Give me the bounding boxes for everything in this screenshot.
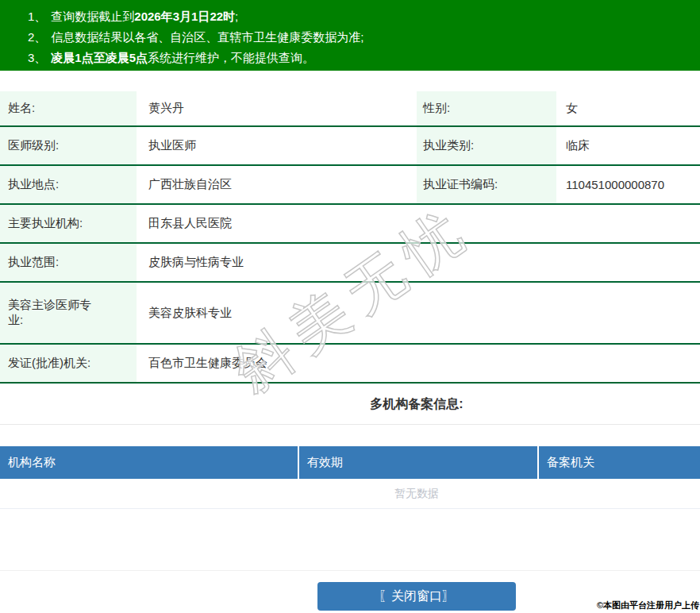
records-section-title: 多机构备案信息: [0, 384, 700, 425]
close-window-button[interactable]: 〖关闭窗口〗 [317, 582, 516, 611]
field-label-license-number: 执业证书编码: [417, 166, 556, 203]
header-cell-validity-period: 有效期 [298, 446, 537, 479]
field-label-gender: 性别: [417, 91, 556, 125]
field-label-main-institution: 主要执业机构: [0, 205, 137, 242]
field-value-doctor-level: 执业医师 [137, 127, 417, 164]
notice-text: 信息数据结果以各省、自治区、直辖市卫生健康委数据为准; [51, 30, 363, 44]
notice-text: 查询数据截止到 [51, 10, 134, 23]
info-row-location-license: 执业地点: 广西壮族自治区 执业证书编码: 110451000000870 [0, 166, 700, 205]
notice-text: 系统进行维护，不能提供查询。 [148, 51, 314, 64]
info-row-practice-scope: 执业范围: 皮肤病与性病专业 [0, 244, 700, 283]
field-value-gender: 女 [556, 91, 700, 125]
info-row-main-institution: 主要执业机构: 田东县人民医院 [0, 205, 700, 244]
field-value-practice-location: 广西壮族自治区 [137, 166, 417, 203]
info-row-name-gender: 姓名: 黄兴丹 性别: 女 [0, 91, 700, 127]
field-value-cosmetic-specialty: 美容皮肤科专业 [137, 283, 700, 343]
notice-text-bold: 凌晨1点至凌晨5点 [51, 51, 148, 64]
field-label-issuing-authority: 发证(批准)机关: [0, 345, 137, 382]
content-container: 1、查询数据截止到2026年3月1日22时; 2、信息数据结果以各省、自治区、直… [0, 0, 700, 611]
field-value-license-number: 110451000000870 [556, 166, 700, 203]
license-query-result-page: { "notice": { "lines": [ {"num": "1、", "… [0, 0, 700, 613]
field-label-cosmetic-specialty: 美容主诊医师专业: [0, 283, 137, 343]
notice-line-1: 1、查询数据截止到2026年3月1日22时; [28, 6, 700, 27]
records-table-header: 机构名称 有效期 备案机关 [0, 446, 700, 479]
info-row-issuing-authority: 发证(批准)机关: 百色市卫生健康委员会 [0, 345, 700, 384]
notice-text: ; [235, 10, 238, 23]
empty-data-text: 暂无数据 [0, 479, 700, 509]
notice-line-number: 1、 [28, 10, 46, 23]
field-value-main-institution: 田东县人民医院 [137, 205, 700, 242]
records-table: 机构名称 有效期 备案机关 暂无数据 [0, 446, 700, 509]
notice-text-bold: 2026年3月1日22时 [134, 10, 235, 23]
field-label-practice-location: 执业地点: [0, 166, 137, 203]
notice-banner: 1、查询数据截止到2026年3月1日22时; 2、信息数据结果以各省、自治区、直… [0, 0, 700, 71]
info-row-level-category: 医师级别: 执业医师 执业类别: 临床 [0, 127, 700, 166]
header-cell-filing-authority: 备案机关 [537, 446, 700, 479]
notice-line-3: 3、凌晨1点至凌晨5点系统进行维护，不能提供查询。 [28, 48, 700, 68]
section-divider [0, 509, 700, 571]
field-label-practice-category: 执业类别: [417, 127, 556, 164]
field-value-name: 黄兴丹 [137, 91, 417, 125]
field-label-practice-scope: 执业范围: [0, 244, 137, 281]
info-row-cosmetic-specialty: 美容主诊医师专业: 美容皮肤科专业 [0, 283, 700, 345]
header-cell-institution-name: 机构名称 [0, 446, 298, 479]
field-label-name: 姓名: [0, 91, 137, 125]
copyright-stamp: ©本图由平台注册用户上传 [597, 600, 699, 611]
field-value-issuing-authority: 百色市卫生健康委员会 [137, 345, 700, 382]
notice-line-number: 2、 [28, 30, 46, 44]
notice-line-number: 3、 [28, 51, 46, 64]
field-value-practice-category: 临床 [556, 127, 700, 164]
practitioner-info-table: 姓名: 黄兴丹 性别: 女 医师级别: 执业医师 执业类别: 临床 执业地点: … [0, 91, 700, 384]
notice-line-2: 2、信息数据结果以各省、自治区、直辖市卫生健康委数据为准; [28, 27, 700, 48]
field-label-doctor-level: 医师级别: [0, 127, 137, 164]
field-value-practice-scope: 皮肤病与性病专业 [137, 244, 700, 281]
